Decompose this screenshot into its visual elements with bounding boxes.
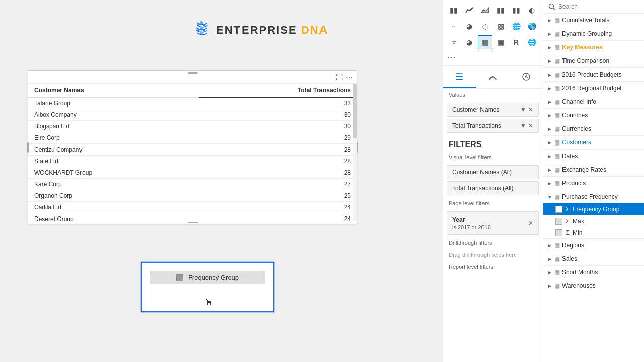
page-filter-close-icon[interactable]: ✕: [528, 220, 533, 227]
fields-list: ► ▦ Cumulative Totals ► ▦ Dynamic Groupi…: [543, 14, 644, 293]
field-group-header-3[interactable]: ► ▦ Time Comparison: [543, 54, 644, 67]
viz-bar-chart[interactable]: ▮▮: [447, 3, 461, 17]
viz-r-visual[interactable]: R: [509, 35, 523, 49]
col-customer-names[interactable]: Customer Names: [28, 84, 199, 97]
expand-icon[interactable]: ⛶: [336, 73, 343, 81]
search-icon: [548, 3, 555, 10]
viz-funnel[interactable]: ▿: [447, 35, 461, 49]
field-group-header-10[interactable]: ► ▦ Dates: [543, 150, 644, 163]
viz-line-chart[interactable]: [462, 3, 476, 17]
field-group-header-16[interactable]: ► ▦ Short Months: [543, 266, 644, 279]
chip-dropdown-icon-2[interactable]: ▼: [520, 122, 526, 129]
field-group-header-13[interactable]: ▼ ▦ Purchase Frequency: [543, 190, 644, 203]
transaction-count-cell: 24: [199, 202, 357, 213]
field-group-header-9[interactable]: ► ▦ Customers: [543, 136, 644, 149]
transaction-count-cell: 29: [199, 132, 357, 144]
field-group-header-7[interactable]: ► ▦ Countries: [543, 109, 644, 122]
viz-ribbon[interactable]: ◐: [525, 3, 539, 17]
chip-dropdown-icon[interactable]: ▼: [520, 106, 526, 113]
viz-stacked-bar[interactable]: ▮▮: [494, 3, 508, 17]
viz-gauge[interactable]: ◕: [462, 35, 476, 49]
chevron-icon: ►: [547, 154, 552, 159]
page-filter-year[interactable]: Year is 2017 or 2016 ✕: [447, 211, 539, 235]
viz-row-2: ⋅⋅ ◕ ◌ ▩ 🌐 🌎: [447, 19, 539, 33]
field-group-header-8[interactable]: ► ▦ Currencies: [543, 122, 644, 135]
total-transactions-chip-text: Total Transactions: [452, 122, 501, 129]
field-group-name: Purchase Frequency: [562, 193, 640, 200]
table-icon: ▦: [554, 242, 560, 249]
table-icon: ▦: [554, 57, 560, 64]
field-item-frequency-group[interactable]: Σ Frequency Group: [543, 203, 644, 215]
viz-matrix[interactable]: ▣: [494, 35, 508, 49]
field-group-header-15[interactable]: ► ▦ Sales: [543, 252, 644, 265]
tab-analytics[interactable]: [510, 66, 543, 88]
field-group-header-1[interactable]: ► ▦ Dynamic Grouping: [543, 27, 644, 40]
customer-names-chip[interactable]: Customer Names ▼ ✕: [447, 103, 539, 117]
chevron-icon: ▼: [547, 194, 552, 200]
svg-point-6: [203, 29, 205, 31]
field-group-channel-info: ► ▦ Channel Info: [543, 95, 644, 109]
chip-close-icon[interactable]: ✕: [528, 106, 533, 113]
visual-filter-total-transactions[interactable]: Total Transactions (All): [447, 181, 539, 195]
table-row: Talane Group33: [28, 97, 357, 109]
resize-handle-bottom[interactable]: [185, 221, 200, 224]
slicer-checkbox[interactable]: [176, 274, 183, 281]
tab-format[interactable]: [476, 66, 509, 88]
viz-table[interactable]: ▦: [478, 35, 492, 49]
chevron-icon: ►: [547, 283, 552, 289]
viz-filled-map[interactable]: 🌎: [525, 19, 539, 33]
chevron-icon: ►: [547, 140, 552, 146]
field-group-header-17[interactable]: ► ▦ Warehouses: [543, 279, 644, 293]
viz-more-btn[interactable]: ⋯: [447, 51, 457, 62]
field-group-header-0[interactable]: ► ▦ Cumulative Totals: [543, 14, 644, 27]
table-icon: ▦: [554, 30, 560, 37]
more-options-icon[interactable]: ⋯: [346, 73, 353, 81]
field-checkbox: [555, 229, 562, 236]
viz-pie[interactable]: ◕: [462, 19, 476, 33]
total-transactions-chip[interactable]: Total Transactions ▼ ✕: [447, 119, 539, 133]
field-group-header-11[interactable]: ► ▦ Exchange Rates: [543, 163, 644, 176]
resize-handle-left[interactable]: [26, 140, 29, 155]
search-input[interactable]: [558, 3, 639, 10]
col-total-transactions[interactable]: Total Transactions: [199, 84, 357, 97]
viz-donut[interactable]: ◌: [478, 19, 492, 33]
chip-close-icon-2[interactable]: ✕: [528, 122, 533, 129]
slicer-item-label: Frequency Group: [188, 274, 239, 281]
customer-name-cell: Cadila Ltd: [28, 202, 199, 213]
values-label: Values: [443, 89, 543, 101]
transaction-count-cell: 28: [199, 167, 357, 179]
slicer-item-frequency-group[interactable]: Frequency Group: [150, 271, 265, 284]
field-group-header-5[interactable]: ► ▦ 2016 Regional Budget: [543, 82, 644, 95]
visual-filter-total-transactions-text: Total Transactions (All): [452, 185, 513, 192]
chevron-icon: ►: [547, 270, 552, 275]
page-filter-year-name: Year: [452, 216, 491, 223]
data-table: Customer Names Total Transactions Talane…: [28, 84, 357, 221]
resize-handle-top[interactable]: [185, 71, 200, 74]
field-group-exchange-rates: ► ▦ Exchange Rates: [543, 163, 644, 177]
viz-area-chart[interactable]: [478, 3, 492, 17]
viz-map[interactable]: 🌐: [509, 19, 523, 33]
table-visual: ⛶ ⋯ Customer Names Total Transactions Ta…: [28, 70, 357, 224]
field-checkbox: [555, 206, 562, 213]
field-item-max[interactable]: Σ Max: [543, 215, 644, 227]
table-icon: ▦: [554, 255, 560, 262]
tab-fields[interactable]: ☰: [443, 66, 476, 88]
field-group-header-2[interactable]: ► ▦ Key Measures: [543, 41, 644, 54]
transaction-count-cell: 24: [199, 213, 357, 222]
field-group-header-14[interactable]: ► ▦ Regions: [543, 239, 644, 252]
field-group-time-comparison: ► ▦ Time Comparison: [543, 54, 644, 68]
field-group-header-6[interactable]: ► ▦ Channel Info: [543, 95, 644, 108]
field-group-header-4[interactable]: ► ▦ 2016 Product Budgets: [543, 68, 644, 81]
visual-filter-customer-names[interactable]: Customer Names (All): [447, 165, 539, 179]
viz-treemap[interactable]: ▩: [494, 19, 508, 33]
field-group-header-12[interactable]: ► ▦ Products: [543, 177, 644, 190]
customer-name-cell: Aibox Company: [28, 109, 199, 121]
resize-handle-right[interactable]: [356, 140, 359, 155]
viz-scatter[interactable]: ⋅⋅: [447, 19, 461, 33]
viz-globe[interactable]: 🌐: [525, 35, 539, 49]
transaction-count-cell: 30: [199, 121, 357, 132]
svg-point-8: [523, 73, 530, 80]
field-item-min[interactable]: Σ Min: [543, 227, 644, 238]
table-row: Deseret Group24: [28, 213, 357, 222]
viz-100-bar[interactable]: ▮▮: [509, 3, 523, 17]
